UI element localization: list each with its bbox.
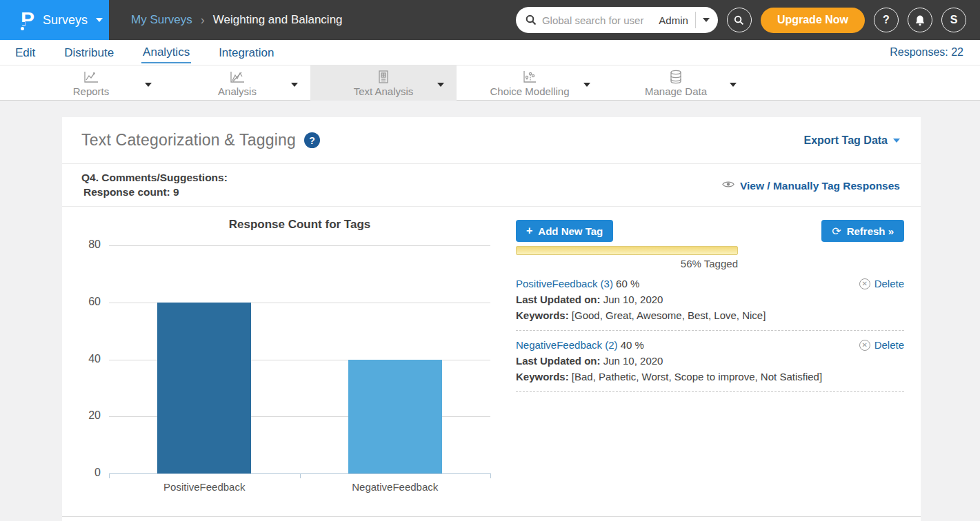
tab-analysis[interactable]: Analysis (164, 65, 310, 101)
analytics-toolbar: Reports Analysis Text Analysis (0, 65, 980, 101)
help-icon[interactable]: ? (304, 132, 320, 148)
bell-icon (914, 14, 926, 26)
tag-entry-negativefeedback: NegativeFeedback (2) 40 % Last Updated o… (516, 331, 904, 392)
refresh-icon: ⟳ (832, 225, 841, 238)
nav-item-integration[interactable]: Integration (217, 42, 275, 63)
x-axis-tick (490, 473, 491, 478)
breadcrumb-my-surveys[interactable]: My Surveys (131, 13, 192, 27)
x-axis-category-label: PositiveFeedback (128, 481, 280, 493)
question-mark-icon: ? (883, 14, 890, 26)
document-table-icon (377, 70, 390, 84)
chevron-down-icon[interactable] (730, 83, 737, 87)
tag-percent: 60 % (616, 278, 639, 289)
responses-count: Responses: 22 (890, 46, 963, 59)
eye-icon (722, 180, 734, 189)
chevron-down-icon (96, 18, 103, 22)
search-icon (734, 15, 744, 25)
x-axis-tick (300, 473, 301, 478)
tag-name-link[interactable]: PositiveFeedback (3) (516, 278, 613, 289)
question-block: Q4. Comments/Suggestions: Response count… (81, 170, 228, 199)
search-button[interactable] (727, 8, 752, 32)
chevron-down-icon[interactable] (583, 83, 590, 87)
breadcrumb: My Surveys › Weighting and Balancing (131, 13, 343, 28)
chart-bar-negativefeedback (348, 360, 442, 474)
delete-tag-button[interactable]: ✕ Delete (859, 339, 904, 351)
nav-item-analytics[interactable]: Analytics (141, 41, 191, 63)
chevron-down-icon[interactable] (437, 83, 444, 87)
search-icon (526, 14, 537, 25)
scatter-chart-icon (522, 70, 537, 84)
tab-choice-modelling[interactable]: Choice Modelling (457, 65, 603, 101)
tagged-progress-caption: 56% Tagged (516, 258, 738, 269)
y-axis-tick-label: 20 (68, 409, 101, 422)
global-search-bar[interactable]: Admin (516, 7, 718, 33)
export-tag-data-dropdown[interactable]: Export Tag Data (804, 134, 901, 147)
nav-item-edit[interactable]: Edit (14, 42, 37, 63)
upgrade-now-button[interactable]: Upgrade Now (761, 8, 865, 33)
help-button[interactable]: ? (874, 8, 899, 32)
top-bar: P Surveys My Surveys › Weighting and Bal… (0, 0, 980, 40)
question-title: Q4. Comments/Suggestions: (81, 170, 228, 185)
product-switcher[interactable]: P Surveys (0, 0, 109, 40)
tagged-progress-bar (516, 246, 738, 255)
circled-x-icon: ✕ (859, 278, 870, 289)
text-tagging-card: Text Categorization & Tagging ? Export T… (62, 117, 921, 521)
circled-x-icon: ✕ (859, 340, 870, 351)
global-search-input[interactable] (542, 14, 653, 26)
y-axis-tick-label: 60 (68, 296, 101, 308)
notifications-button[interactable] (908, 8, 932, 32)
chevron-down-icon[interactable] (291, 83, 298, 87)
y-axis-tick-label: 40 (68, 353, 101, 365)
tag-percent: 40 % (621, 339, 644, 351)
x-axis-tick (109, 473, 110, 478)
breadcrumb-current-survey: Weighting and Balancing (213, 13, 343, 27)
tab-text-analysis[interactable]: Text Analysis (310, 65, 457, 101)
questionpro-logo-icon: P (21, 9, 34, 31)
card-bottom-divider (62, 516, 921, 517)
search-scope-dropdown[interactable]: Admin (659, 12, 710, 28)
x-axis-category-label: NegativeFeedback (319, 481, 471, 493)
nav-item-distribute[interactable]: Distribute (63, 42, 115, 63)
plus-icon: + (526, 225, 532, 237)
tag-name-link[interactable]: NegativeFeedback (2) (516, 339, 618, 351)
chart-title: Response Count for Tags (109, 218, 490, 232)
trend-chart-icon (229, 70, 246, 84)
tag-panel: + Add New Tag ⟳ Refresh » 56% Tagged Pos… (516, 207, 921, 507)
y-axis-tick-label: 80 (68, 238, 101, 251)
chevron-down-icon (703, 18, 710, 22)
chart-bar-positivefeedback (157, 303, 251, 473)
survey-nav: Edit Distribute Analytics Integration Re… (0, 40, 980, 65)
page-title: Text Categorization & Tagging (81, 131, 296, 150)
database-icon (668, 70, 683, 84)
line-chart-icon (83, 70, 99, 84)
tag-entry-positivefeedback: PositiveFeedback (3) 60 % Last Updated o… (516, 269, 904, 331)
product-label: Surveys (43, 13, 88, 28)
bar-chart: Response Count for Tags 020406080Positiv… (68, 207, 516, 507)
view-manually-tag-link[interactable]: View / Manually Tag Responses (722, 180, 900, 199)
add-new-tag-button[interactable]: + Add New Tag (516, 220, 613, 242)
user-avatar[interactable]: S (941, 8, 966, 32)
delete-tag-button[interactable]: ✕ Delete (859, 278, 904, 289)
chevron-down-icon[interactable] (145, 83, 152, 87)
breadcrumb-separator: › (201, 13, 205, 28)
tab-reports[interactable]: Reports (18, 65, 164, 101)
gridline (109, 245, 490, 246)
tab-manage-data[interactable]: Manage Data (603, 65, 749, 101)
response-count: Response count: 9 (81, 185, 228, 199)
chevron-down-icon (893, 139, 900, 143)
refresh-button[interactable]: ⟳ Refresh » (821, 220, 904, 242)
y-axis-tick-label: 0 (68, 467, 101, 479)
